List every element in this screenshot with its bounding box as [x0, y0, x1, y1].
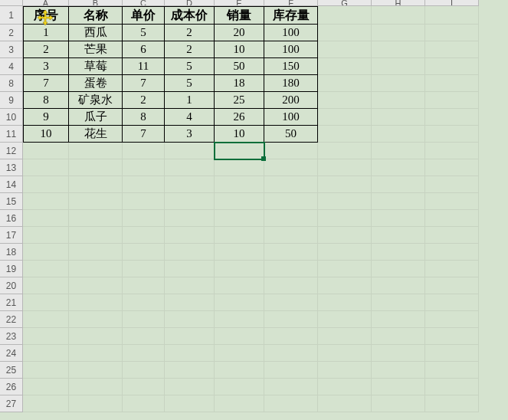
cell-I24[interactable] [425, 345, 479, 362]
cell-H22[interactable] [372, 311, 425, 328]
cell-F17[interactable] [264, 227, 318, 244]
row-header-1[interactable]: 1 [0, 6, 23, 25]
cell-H1[interactable] [372, 6, 425, 25]
cell-A13[interactable] [23, 159, 69, 176]
row-header-20[interactable]: 20 [0, 277, 23, 294]
cell-G23[interactable] [318, 328, 372, 345]
cell-D26[interactable] [165, 379, 215, 395]
cell-A14[interactable] [23, 176, 69, 193]
row-header-22[interactable]: 22 [0, 311, 23, 328]
cell-E4[interactable]: 50 [215, 58, 264, 75]
cell-E8[interactable]: 18 [215, 75, 264, 92]
cell-C26[interactable] [123, 379, 165, 395]
column-header-E[interactable]: E [215, 0, 264, 6]
cell-I15[interactable] [425, 193, 479, 210]
row-header-18[interactable]: 18 [0, 244, 23, 261]
cell-A16[interactable] [23, 210, 69, 227]
column-header-A[interactable]: A [23, 0, 69, 6]
cell-E24[interactable] [215, 345, 264, 362]
cell-C15[interactable] [123, 193, 165, 210]
cell-H26[interactable] [372, 379, 425, 395]
cell-I26[interactable] [425, 379, 479, 395]
cell-E13[interactable] [215, 159, 264, 176]
cell-E10[interactable]: 26 [215, 109, 264, 126]
cell-G17[interactable] [318, 227, 372, 244]
cell-E21[interactable] [215, 294, 264, 311]
cell-F16[interactable] [264, 210, 318, 227]
cell-E20[interactable] [215, 277, 264, 294]
cell-D18[interactable] [165, 244, 215, 261]
row-header-25[interactable]: 25 [0, 362, 23, 379]
cell-G16[interactable] [318, 210, 372, 227]
column-header-I[interactable]: I [425, 0, 479, 6]
row-header-8[interactable]: 8 [0, 75, 23, 92]
cell-C2[interactable]: 5 [123, 25, 165, 41]
row-header-14[interactable]: 14 [0, 176, 23, 193]
cell-B10[interactable]: 瓜子 [69, 109, 123, 126]
cell-D24[interactable] [165, 345, 215, 362]
cell-C1[interactable]: 单价 [123, 6, 165, 25]
cell-G15[interactable] [318, 193, 372, 210]
cell-D4[interactable]: 5 [165, 58, 215, 75]
cell-G20[interactable] [318, 277, 372, 294]
spreadsheet[interactable]: ABCDEFGHI 123489101112131415161718192021… [0, 0, 508, 420]
cell-F1[interactable]: 库存量 [264, 6, 318, 25]
cell-I3[interactable] [425, 41, 479, 58]
column-header-G[interactable]: G [318, 0, 372, 6]
cell-B17[interactable] [69, 227, 123, 244]
cell-D27[interactable] [165, 395, 215, 412]
cell-H14[interactable] [372, 176, 425, 193]
cell-A3[interactable]: 2 [23, 41, 69, 58]
cell-B24[interactable] [69, 345, 123, 362]
row-header-26[interactable]: 26 [0, 379, 23, 395]
cell-F14[interactable] [264, 176, 318, 193]
cell-F22[interactable] [264, 311, 318, 328]
cell-I23[interactable] [425, 328, 479, 345]
cell-C18[interactable] [123, 244, 165, 261]
fill-handle[interactable] [261, 156, 266, 161]
cell-H2[interactable] [372, 25, 425, 41]
row-header-9[interactable]: 9 [0, 92, 23, 109]
cell-H12[interactable] [372, 143, 425, 159]
cell-C27[interactable] [123, 395, 165, 412]
cell-G18[interactable] [318, 244, 372, 261]
cell-G3[interactable] [318, 41, 372, 58]
cell-I13[interactable] [425, 159, 479, 176]
cell-H4[interactable] [372, 58, 425, 75]
cell-I17[interactable] [425, 227, 479, 244]
cell-C8[interactable]: 7 [123, 75, 165, 92]
cell-H3[interactable] [372, 41, 425, 58]
cell-C23[interactable] [123, 328, 165, 345]
cell-I18[interactable] [425, 244, 479, 261]
cell-A20[interactable] [23, 277, 69, 294]
cell-D25[interactable] [165, 362, 215, 379]
cell-A1[interactable]: 序号 [23, 6, 69, 25]
cell-C9[interactable]: 2 [123, 92, 165, 109]
cell-E18[interactable] [215, 244, 264, 261]
cell-A21[interactable] [23, 294, 69, 311]
row-header-4[interactable]: 4 [0, 58, 23, 75]
cell-I14[interactable] [425, 176, 479, 193]
cell-B2[interactable]: 西瓜 [69, 25, 123, 41]
cell-E1[interactable]: 销量 [215, 6, 264, 25]
column-header-H[interactable]: H [372, 0, 425, 6]
cell-C11[interactable]: 7 [123, 126, 165, 143]
cell-C3[interactable]: 6 [123, 41, 165, 58]
cell-I1[interactable] [425, 6, 479, 25]
cell-F19[interactable] [264, 261, 318, 277]
cell-D21[interactable] [165, 294, 215, 311]
cell-D13[interactable] [165, 159, 215, 176]
cell-E25[interactable] [215, 362, 264, 379]
cell-D22[interactable] [165, 311, 215, 328]
cell-I21[interactable] [425, 294, 479, 311]
cell-H16[interactable] [372, 210, 425, 227]
cell-D2[interactable]: 2 [165, 25, 215, 41]
cell-H8[interactable] [372, 75, 425, 92]
cell-B16[interactable] [69, 210, 123, 227]
cell-F10[interactable]: 100 [264, 109, 318, 126]
cell-G22[interactable] [318, 311, 372, 328]
cell-B21[interactable] [69, 294, 123, 311]
cell-B13[interactable] [69, 159, 123, 176]
cell-E17[interactable] [215, 227, 264, 244]
cell-C25[interactable] [123, 362, 165, 379]
